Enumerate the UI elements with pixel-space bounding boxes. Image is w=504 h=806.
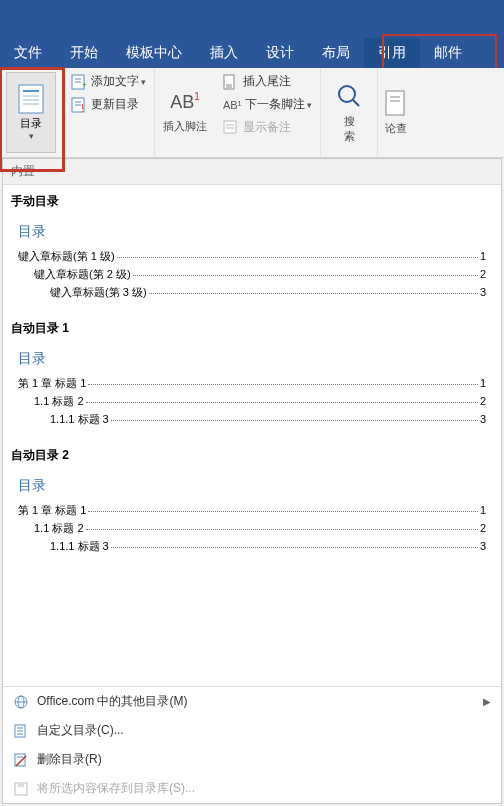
- auto-toc-1-label: 自动目录 1: [3, 312, 501, 341]
- office-more-label: Office.com 中的其他目录(M): [37, 693, 187, 710]
- toc-l1: 第 1 章 标题 1: [18, 376, 86, 391]
- svg-point-19: [339, 86, 355, 102]
- toc-pg: 1: [480, 504, 486, 516]
- svg-rect-16: [224, 121, 236, 133]
- office-more-toc[interactable]: Office.com 中的其他目录(M) ▶: [3, 687, 501, 716]
- insert-footnote-label: 插入脚注: [163, 119, 207, 134]
- title-bar: 文件 开始 模板中心 插入 设计 布局 引用 邮件: [0, 0, 504, 68]
- toc-l2: 1.1 标题 2: [34, 394, 84, 409]
- toc-l1: 第 1 章 标题 1: [18, 503, 86, 518]
- footnote-icon: AB1: [170, 92, 200, 113]
- svg-rect-0: [19, 85, 43, 113]
- toc-pg: 2: [480, 268, 486, 280]
- ribbon-tabs: 文件 开始 模板中心 插入 设计 布局 引用 邮件: [0, 38, 504, 68]
- chevron-down-icon: ▾: [29, 131, 34, 141]
- search-icon: [335, 82, 363, 110]
- svg-rect-35: [18, 783, 24, 787]
- tab-insert[interactable]: 插入: [196, 38, 252, 68]
- toc-label: 目录: [20, 116, 42, 131]
- ribbon-group-toc-options: + 添加文字▾ ! 更新目录: [63, 68, 154, 157]
- chevron-right-icon: ▶: [483, 696, 491, 707]
- insert-footnote-button[interactable]: AB1 插入脚注: [155, 68, 215, 157]
- svg-line-20: [353, 100, 359, 106]
- ribbon: 目录 ▾ + 添加文字▾ ! 更新目录 AB1 插入脚注 插入尾注 AB¹ 下一…: [0, 68, 504, 158]
- toc-pg: 1: [480, 250, 486, 262]
- svg-rect-21: [386, 91, 404, 115]
- add-text-button[interactable]: + 添加文字▾: [67, 70, 150, 93]
- save-to-gallery-label: 将所选内容保存到目录库(S)...: [37, 780, 195, 797]
- svg-rect-31: [15, 754, 25, 766]
- ribbon-group-footnotes: 插入尾注 AB¹ 下一条脚注▾ 显示备注: [215, 68, 320, 157]
- update-toc-icon: !: [71, 97, 87, 113]
- insert-endnote-button[interactable]: 插入尾注: [219, 70, 316, 93]
- toc-l3: 1.1.1 标题 3: [50, 412, 109, 427]
- save-icon: [13, 781, 29, 797]
- auto-toc-2-label: 自动目录 2: [3, 439, 501, 468]
- toc-pg: 2: [480, 522, 486, 534]
- tab-layout[interactable]: 布局: [308, 38, 364, 68]
- tab-references[interactable]: 引用: [364, 38, 420, 68]
- next-footnote-icon: AB¹: [223, 99, 241, 111]
- insert-endnote-label: 插入尾注: [243, 73, 291, 90]
- toc-l2: 1.1 标题 2: [34, 521, 84, 536]
- endnote-icon: [223, 74, 239, 90]
- gallery-header-builtin: 内置: [3, 159, 501, 185]
- chevron-down-icon: ▾: [307, 100, 312, 110]
- manual-toc-label: 手动目录: [3, 185, 501, 214]
- search-label-1: 搜: [344, 114, 355, 129]
- preview-title: 目录: [18, 477, 486, 495]
- toc-pg: 1: [480, 377, 486, 389]
- preview-title: 目录: [18, 223, 486, 241]
- search-label-2: 索: [344, 129, 355, 144]
- auto-toc-1-option[interactable]: 目录 第 1 章 标题 11 1.1 标题 22 1.1.1 标题 33: [9, 343, 495, 437]
- next-footnote-button[interactable]: AB¹ 下一条脚注▾: [219, 93, 316, 116]
- chevron-down-icon: ▾: [141, 77, 146, 87]
- svg-text:+: +: [82, 80, 87, 90]
- preview-title: 目录: [18, 350, 486, 368]
- show-notes-icon: [223, 120, 239, 136]
- tab-design[interactable]: 设计: [252, 38, 308, 68]
- tab-template[interactable]: 模板中心: [112, 38, 196, 68]
- toc-button[interactable]: 目录 ▾: [6, 72, 56, 153]
- toc-pg: 3: [480, 540, 486, 552]
- auto-toc-2-option[interactable]: 目录 第 1 章 标题 11 1.1 标题 22 1.1.1 标题 33: [9, 470, 495, 564]
- save-to-gallery: 将所选内容保存到目录库(S)...: [3, 774, 501, 803]
- add-text-label: 添加文字: [91, 73, 139, 90]
- remove-toc-label: 删除目录(R): [37, 751, 102, 768]
- tab-mail[interactable]: 邮件: [420, 38, 476, 68]
- custom-toc-label: 自定义目录(C)...: [37, 722, 124, 739]
- add-text-icon: +: [71, 74, 87, 90]
- gallery-footer: Office.com 中的其他目录(M) ▶ 自定义目录(C)... 删除目录(…: [3, 686, 501, 803]
- tab-home[interactable]: 开始: [56, 38, 112, 68]
- custom-toc[interactable]: 自定义目录(C)...: [3, 716, 501, 745]
- show-notes-label: 显示备注: [243, 119, 291, 136]
- toc-l3: 1.1.1 标题 3: [50, 539, 109, 554]
- lookup-button[interactable]: 论查: [378, 68, 414, 157]
- remove-toc[interactable]: 删除目录(R): [3, 745, 501, 774]
- toc-icon: [18, 84, 44, 114]
- tab-file[interactable]: 文件: [0, 38, 56, 68]
- remove-toc-icon: [13, 752, 29, 768]
- show-notes-button: 显示备注: [219, 116, 316, 139]
- toc-pg: 3: [480, 286, 486, 298]
- toc-l3: 键入章标题(第 3 级): [50, 285, 147, 300]
- globe-icon: [13, 694, 29, 710]
- toc-l2: 键入章标题(第 2 级): [34, 267, 131, 282]
- book-icon: [384, 89, 408, 117]
- svg-text:!: !: [81, 103, 84, 113]
- toc-pg: 2: [480, 395, 486, 407]
- toc-pg: 3: [480, 413, 486, 425]
- next-footnote-label: 下一条脚注: [245, 96, 305, 113]
- manual-toc-option[interactable]: 目录 键入章标题(第 1 级)1 键入章标题(第 2 级)2 键入章标题(第 3…: [9, 216, 495, 310]
- update-toc-label: 更新目录: [91, 96, 139, 113]
- toc-l1: 键入章标题(第 1 级): [18, 249, 115, 264]
- custom-toc-icon: [13, 723, 29, 739]
- update-toc-button[interactable]: ! 更新目录: [67, 93, 150, 116]
- ribbon-group-toc: 目录 ▾: [0, 68, 63, 157]
- lookup-label: 论查: [385, 121, 407, 136]
- toc-gallery-dropdown: 内置 手动目录 目录 键入章标题(第 1 级)1 键入章标题(第 2 级)2 键…: [2, 158, 502, 804]
- search-button[interactable]: 搜 索: [321, 68, 377, 157]
